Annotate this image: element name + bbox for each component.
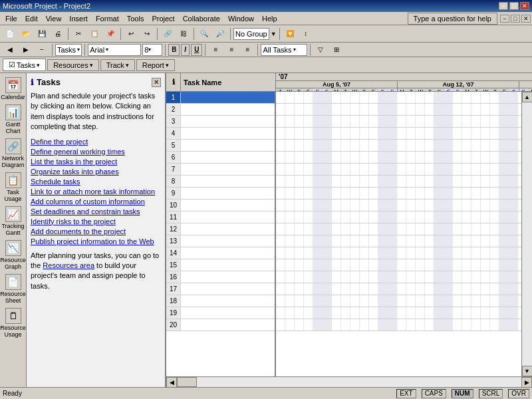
font-dropdown[interactable]: Arial ▾ — [88, 44, 141, 56]
redo-button[interactable]: ↪ — [140, 27, 154, 41]
scroll-right-button[interactable]: ▶ — [521, 377, 532, 388]
table-row[interactable]: 14 — [166, 247, 275, 259]
sidebar-item-gantt[interactable]: 📊 Gantt Chart — [2, 103, 25, 136]
sidebar-item-tracking[interactable]: 📈 Tracking Gantt — [2, 205, 25, 237]
table-row[interactable]: 2 — [166, 104, 275, 116]
nav-back[interactable]: ◀ — [3, 43, 17, 57]
sidebar-item-resource-usage[interactable]: 🗒 Resource Usage — [2, 307, 25, 339]
table-row[interactable]: 1 — [166, 92, 275, 104]
align-center[interactable]: ≡ — [224, 43, 239, 57]
table-row[interactable]: 5 — [166, 140, 275, 152]
menu-file[interactable]: File — [1, 13, 21, 24]
panel-close-button[interactable]: ✕ — [152, 78, 161, 87]
new-button[interactable]: 📄 — [3, 27, 17, 41]
link-risks[interactable]: Identify risks to the project — [31, 217, 161, 225]
link-custom-columns[interactable]: Add columns of custom information — [31, 198, 161, 205]
minimize-button[interactable]: − — [499, 2, 508, 10]
size-dropdown[interactable]: 8 ▾ — [142, 44, 162, 56]
filter-button[interactable]: 🔽 — [283, 27, 297, 41]
sidebar-item-resource-graph[interactable]: 📉 Resource Graph — [2, 239, 25, 271]
italic-button[interactable]: I — [181, 44, 190, 56]
menu-tools[interactable]: Tools — [123, 13, 148, 24]
table-row[interactable]: 18 — [166, 295, 275, 307]
scroll-left-button[interactable]: ◀ — [166, 377, 177, 388]
filter-dropdown[interactable]: All Tasks ▾ — [261, 44, 307, 56]
table-row[interactable]: 11 — [166, 211, 275, 223]
zoom-in[interactable]: 🔍 — [197, 27, 211, 41]
close-button[interactable]: ✕ — [520, 2, 529, 10]
link-list-tasks[interactable]: List the tasks in the project — [31, 158, 161, 166]
table-row[interactable]: 7 — [166, 164, 275, 176]
link-documents[interactable]: Add documents to the project — [31, 227, 161, 235]
table-row[interactable]: 6 — [166, 152, 275, 164]
menu-format[interactable]: Format — [92, 13, 123, 24]
menu-window[interactable]: Window — [224, 13, 258, 24]
app-minimize[interactable]: − — [500, 15, 509, 23]
sidebar-item-task-usage[interactable]: 📋 Task Usage — [2, 171, 25, 203]
link-general-times[interactable]: Define general working times — [31, 148, 161, 156]
link-task-info[interactable]: Link to or attach more task information — [31, 188, 161, 196]
unlink-button[interactable]: ⛓ — [176, 27, 191, 41]
horizontal-scrollbar[interactable]: ◀ ▶ — [166, 376, 532, 387]
nav-forward[interactable]: ▶ — [19, 43, 33, 57]
sidebar-item-network[interactable]: 🔗 Network Diagram — [2, 137, 25, 170]
link-button[interactable]: 🔗 — [160, 27, 175, 41]
menu-collaborate[interactable]: Collaborate — [179, 13, 224, 24]
save-button[interactable]: 💾 — [35, 27, 49, 41]
link-deadlines[interactable]: Set deadlines and constrain tasks — [31, 207, 161, 215]
scroll-track-h[interactable] — [177, 377, 521, 387]
group-selector[interactable]: No Group ▼ — [233, 28, 277, 40]
link-organize-phases[interactable]: Organize tasks into phases — [31, 168, 161, 176]
table-row[interactable]: 20 — [166, 319, 275, 331]
restore-button[interactable]: □ — [509, 2, 519, 10]
sidebar-item-calendar[interactable]: 📅 Calendar — [2, 76, 25, 102]
table-row[interactable]: 17 — [166, 283, 275, 295]
bold-button[interactable]: B — [168, 44, 180, 56]
tab-report[interactable]: Report ▾ — [136, 59, 175, 71]
underline-button[interactable]: U — [191, 44, 202, 56]
tab-tasks[interactable]: ☑ Tasks ▾ — [3, 59, 46, 71]
open-button[interactable]: 📂 — [19, 27, 33, 41]
paste-button[interactable]: 📌 — [103, 27, 118, 41]
tab-resources[interactable]: Resources ▾ — [47, 59, 99, 71]
link-schedule[interactable]: Schedule tasks — [31, 178, 161, 186]
help-input[interactable]: Type a question for help — [408, 13, 497, 25]
app-close[interactable]: ✕ — [521, 15, 531, 23]
table-row[interactable]: 8 — [166, 176, 275, 188]
resources-link[interactable]: Resources area — [43, 261, 94, 269]
scroll-track-v[interactable] — [522, 102, 532, 366]
menu-view[interactable]: View — [42, 13, 66, 24]
link-define-project[interactable]: Define the project — [31, 138, 161, 146]
cut-button[interactable]: ✂ — [71, 27, 86, 41]
table-row[interactable]: 9 — [166, 188, 275, 200]
link-publish[interactable]: Publish project information to the Web — [31, 237, 161, 245]
app-restore[interactable]: □ — [511, 15, 520, 23]
align-right[interactable]: ≡ — [240, 43, 255, 57]
table-row[interactable]: 15 — [166, 259, 275, 271]
show-dropdown[interactable]: Tasks ▾ — [55, 44, 82, 56]
table-row[interactable]: 12 — [166, 223, 275, 235]
menu-edit[interactable]: Edit — [21, 13, 42, 24]
copy-button[interactable]: 📋 — [87, 27, 102, 41]
menu-insert[interactable]: Insert — [65, 13, 92, 24]
menu-help[interactable]: Help — [258, 13, 281, 24]
group-btn[interactable]: ⊞ — [329, 43, 344, 57]
table-row[interactable]: 16 — [166, 271, 275, 283]
table-row[interactable]: 13 — [166, 235, 275, 247]
scroll-up-button[interactable]: ▲ — [522, 92, 533, 102]
print-button[interactable]: 🖨 — [51, 27, 65, 41]
table-row[interactable]: 4 — [166, 128, 275, 140]
nav-minus[interactable]: − — [35, 43, 49, 57]
scroll-down-button[interactable]: ▼ — [522, 366, 533, 376]
vertical-scrollbar[interactable]: ▲ ▼ — [521, 92, 532, 376]
tab-track[interactable]: Track ▾ — [100, 59, 135, 71]
undo-button[interactable]: ↩ — [124, 27, 138, 41]
zoom-out[interactable]: 🔎 — [213, 27, 227, 41]
table-row[interactable]: 10 — [166, 200, 275, 211]
align-left[interactable]: ≡ — [208, 43, 223, 57]
highlight-filter[interactable]: ▽ — [313, 43, 328, 57]
sidebar-item-resource-sheet[interactable]: 📄 Resource Sheet — [2, 273, 25, 305]
scroll-thumb-h[interactable] — [177, 377, 197, 387]
table-row[interactable]: 19 — [166, 307, 275, 319]
table-row[interactable]: 3 — [166, 116, 275, 128]
